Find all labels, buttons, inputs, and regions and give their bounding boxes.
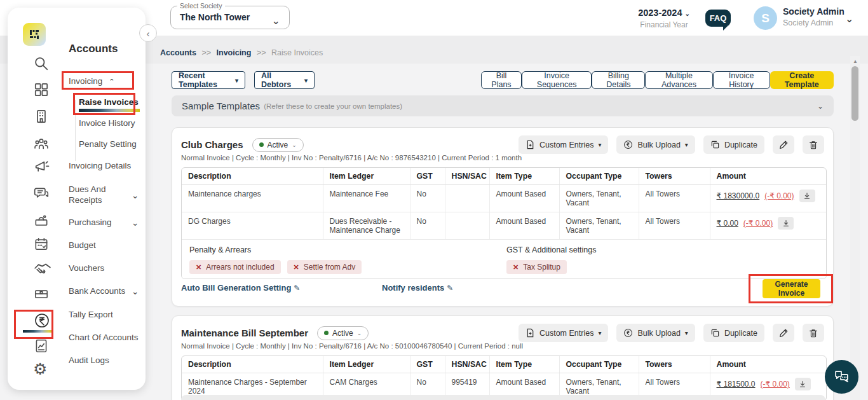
copy-icon — [710, 328, 720, 338]
sidebar-item-invoice-history[interactable]: Invoice History — [79, 118, 135, 128]
download-button[interactable] — [795, 378, 811, 390]
handshake-icon[interactable] — [33, 259, 50, 276]
building-icon[interactable] — [33, 108, 50, 125]
scrollbar-up-arrow[interactable]: ▲ — [853, 59, 858, 64]
col-item-ledger: Item Ledger — [323, 168, 410, 185]
sample-templates-bar[interactable]: Sample Templates (Refer these to create … — [172, 95, 834, 116]
residents-group-icon[interactable] — [33, 136, 50, 153]
scrollbar-thumb[interactable] — [851, 66, 858, 121]
amount-link[interactable]: ₹ 181500.0 — [717, 380, 756, 389]
cash-box-icon[interactable] — [33, 212, 50, 229]
all-debtors-dropdown[interactable]: All Debtors▾ — [254, 71, 315, 89]
breadcrumb-accounts[interactable]: Accounts — [160, 48, 196, 57]
sidebar-item-dues-and-receipts[interactable]: Dues And Receipts — [69, 184, 125, 205]
sidebar-item-raise-invoices[interactable]: Raise Invoices — [79, 97, 139, 107]
rupee-circle-icon — [623, 328, 633, 338]
sidebar-item-vouchers[interactable]: Vouchers — [69, 263, 104, 273]
user-avatar[interactable]: S — [754, 6, 777, 30]
sidebar-item-audit-logs[interactable]: Audit Logs — [69, 355, 109, 365]
recent-templates-dropdown[interactable]: Recent Templates▾ — [172, 71, 245, 89]
sidebar-section-title: Accounts — [69, 43, 118, 55]
calendar-check-icon[interactable] — [33, 236, 50, 252]
user-role: Society Admin — [783, 18, 844, 27]
auto-bill-generation-link[interactable]: Auto Bill Generation Setting✎ — [181, 283, 300, 293]
user-menu-chevron-icon[interactable]: ⌄ — [845, 13, 853, 25]
custom-entries-button[interactable]: Custom Entries▾ — [519, 324, 608, 342]
cell-hsn-sac — [445, 212, 489, 240]
chat-support-button[interactable] — [825, 360, 858, 394]
amount-link[interactable]: ₹ 0.00 — [717, 219, 738, 228]
multiple-advances-button[interactable]: Multiple Advances — [645, 71, 712, 89]
settings-gear-icon[interactable]: ⚙ — [33, 361, 50, 378]
chevron-down-icon: ⌄ — [357, 330, 362, 336]
create-template-button[interactable]: Create Template — [770, 71, 834, 89]
duplicate-button[interactable]: Duplicate — [703, 324, 764, 342]
duplicate-button[interactable]: Duplicate — [703, 135, 764, 154]
edit-pencil-button[interactable] — [773, 324, 794, 342]
status-badge[interactable]: Active⌄ — [317, 326, 369, 340]
cell-item-type: Amount Based — [489, 212, 559, 240]
breadcrumb-invoicing[interactable]: Invoicing — [217, 48, 252, 57]
report-chart-icon[interactable] — [33, 338, 50, 354]
chevron-down-icon[interactable]: ⌄ — [817, 102, 824, 111]
sidebar-item-chart-of-accounts[interactable]: Chart Of Accounts — [69, 333, 139, 342]
financial-year-selector[interactable]: 2023-2024⌄ Financial Year — [629, 8, 699, 29]
adjustment-link[interactable]: (-₹ 0.00) — [743, 219, 773, 228]
breadcrumb-current: Raise Invoices — [271, 48, 323, 57]
edit-pencil-button[interactable] — [773, 135, 794, 154]
col-occupant-type: Occupant Type — [559, 168, 639, 185]
status-badge[interactable]: Active⌄ — [252, 138, 304, 152]
status-dot-icon — [259, 142, 264, 147]
sidebar-item-penalty-setting[interactable]: Penalty Setting — [79, 139, 137, 149]
discussions-icon[interactable] — [33, 185, 50, 202]
rupee-circle-icon — [623, 140, 633, 149]
sidebar-collapse-button[interactable]: ‹ — [139, 24, 157, 42]
cross-icon: ✕ — [294, 263, 299, 272]
bill-plans-button[interactable]: Bill Plans — [481, 71, 522, 89]
active-item-underline — [79, 109, 140, 112]
invoice-sequences-button[interactable]: Invoice Sequences — [522, 71, 592, 89]
sidebar-item-bank-accounts[interactable]: Bank Accounts — [69, 286, 125, 296]
sidebar-item-budget[interactable]: Budget — [69, 240, 96, 250]
template-items-table: Description Item Ledger GST HSN/SAC Item… — [181, 355, 827, 400]
custom-entries-button[interactable]: Custom Entries▾ — [519, 135, 608, 154]
template-meta-line: Normal Invoice | Cycle : Monthly | Inv N… — [181, 154, 522, 162]
caret-down-icon: ▾ — [685, 329, 688, 336]
billing-details-button[interactable]: Billing Details — [592, 71, 645, 89]
delete-trash-button[interactable] — [803, 135, 824, 154]
rupee-circle-icon[interactable] — [33, 312, 50, 328]
download-button[interactable] — [799, 190, 815, 202]
sidebar-item-invoicing-details[interactable]: Invoicing Details — [69, 161, 131, 170]
caret-down-icon: ▾ — [598, 329, 601, 336]
tag-settle-from-adv: ✕Settle from Adv — [287, 260, 362, 274]
table-row: DG Charges Dues Receivable - Maintenance… — [182, 212, 826, 240]
invoice-template-card-club-charges: Club Charges Active⌄ Custom Entries▾ Bul… — [172, 127, 834, 307]
adjustment-link[interactable]: (-₹ 0.00) — [764, 191, 794, 200]
dashboard-grid-icon[interactable] — [33, 81, 50, 98]
col-item-ledger: Item Ledger — [323, 356, 410, 373]
bank-box-icon[interactable] — [33, 286, 50, 302]
amount-link[interactable]: ₹ 1830000.0 — [717, 191, 760, 200]
faq-button[interactable]: FAQ — [705, 10, 731, 27]
search-icon[interactable] — [33, 55, 50, 72]
bulk-upload-button[interactable]: Bulk Upload▾ — [616, 135, 695, 154]
society-selector[interactable]: Select Society The North Tower ⌄ — [170, 6, 290, 29]
trash-icon — [808, 328, 818, 338]
brand-logo-icon[interactable] — [23, 23, 46, 46]
cell-towers: All Towers — [639, 212, 710, 240]
sidebar-item-purchasing[interactable]: Purchasing — [69, 217, 112, 227]
sidebar-item-invoicing[interactable]: Invoicing⌃ — [69, 76, 115, 86]
generate-invoice-button[interactable]: Generate Invoice — [763, 279, 820, 298]
megaphone-icon[interactable] — [33, 158, 50, 175]
cell-item-ledger: Maintenance Fee — [323, 185, 410, 212]
delete-trash-button[interactable] — [803, 324, 824, 342]
bulk-upload-button[interactable]: Bulk Upload▾ — [616, 324, 695, 342]
faq-bubble-tail — [723, 26, 728, 31]
col-amount: Amount — [710, 168, 826, 185]
cell-item-ledger: Dues Receivable - Maintenance Charge — [323, 212, 410, 240]
adjustment-link[interactable]: (-₹ 0.00) — [761, 380, 790, 389]
notify-residents-link[interactable]: Notify residents✎ — [382, 283, 453, 293]
invoice-history-button[interactable]: Invoice History — [713, 71, 770, 89]
sidebar-item-tally-export[interactable]: Tally Export — [69, 310, 113, 319]
download-button[interactable] — [778, 217, 794, 230]
